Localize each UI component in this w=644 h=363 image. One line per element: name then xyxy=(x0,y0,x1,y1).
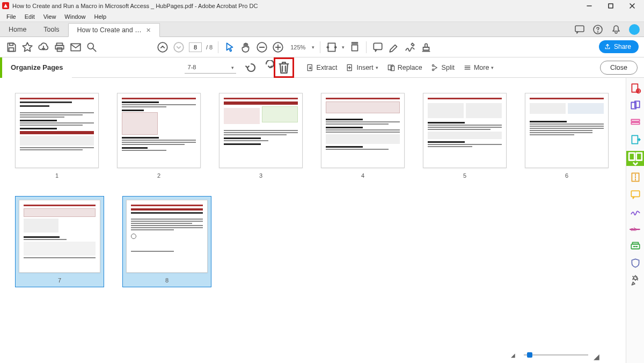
menu-view[interactable]: View xyxy=(39,12,61,21)
svg-rect-47 xyxy=(629,153,634,161)
thumbnail-zoom-control[interactable]: ◢ ◢ xyxy=(511,352,601,358)
highlight-icon[interactable] xyxy=(388,41,400,53)
sign-icon[interactable] xyxy=(404,41,416,53)
tools-rail: ab xyxy=(626,78,644,363)
zoom-small-icon[interactable]: ◢ xyxy=(511,352,518,358)
edit-pdf-icon[interactable] xyxy=(630,117,641,128)
create-pdf-icon[interactable] xyxy=(630,82,641,94)
replace-button[interactable]: Replace xyxy=(383,61,427,74)
help-icon[interactable] xyxy=(592,24,603,35)
zoom-large-icon[interactable]: ◢ xyxy=(594,352,601,358)
fit-dropdown-icon[interactable]: ▾ xyxy=(342,45,345,50)
svg-rect-11 xyxy=(57,48,62,52)
user-avatar[interactable] xyxy=(629,24,640,35)
delete-highlight-callout xyxy=(274,57,294,78)
organize-pages-title: Organize Pages xyxy=(0,57,72,78)
svg-rect-48 xyxy=(636,153,641,161)
combine-files-icon[interactable] xyxy=(630,99,641,111)
zoom-slider[interactable] xyxy=(524,354,588,355)
insert-button[interactable]: Insert ▾ xyxy=(341,61,382,74)
page-number-label: 6 xyxy=(565,172,568,179)
zoom-out-icon[interactable] xyxy=(256,41,268,53)
search-icon[interactable] xyxy=(86,41,98,53)
tab-home[interactable]: Home xyxy=(0,23,35,37)
page-thumbnail[interactable]: 3 xyxy=(219,93,303,179)
scroll-mode-icon[interactable] xyxy=(349,41,361,53)
window-title: How to Create and Run a Macro in Microso… xyxy=(12,3,258,9)
page-thumbnail-selected[interactable]: 8 xyxy=(122,196,211,287)
svg-rect-8 xyxy=(9,48,14,52)
thumbnail-grid: 1 2 xyxy=(0,78,626,302)
page-down-icon[interactable] xyxy=(173,41,185,53)
stamp-icon[interactable] xyxy=(420,41,432,53)
page-thumbnail-selected[interactable]: 7 xyxy=(15,196,104,287)
page-thumbnail[interactable]: 1 xyxy=(15,93,99,179)
print-icon[interactable] xyxy=(54,41,65,53)
organize-pages-icon[interactable] xyxy=(626,151,645,166)
page-number-label: 5 xyxy=(463,172,466,179)
page-number-label: 3 xyxy=(259,172,262,179)
page-number-label: 2 xyxy=(157,172,160,179)
share-button[interactable]: Share xyxy=(599,40,639,53)
save-icon[interactable] xyxy=(5,41,17,53)
tab-document[interactable]: How to Create and … ✕ xyxy=(68,23,160,37)
page-range-input[interactable] xyxy=(185,62,236,74)
page-number-input[interactable] xyxy=(189,42,202,52)
comment-tool-icon[interactable] xyxy=(630,188,641,200)
page-thumbnail[interactable]: 2 xyxy=(117,93,201,179)
page-thumbnail[interactable]: 6 xyxy=(525,93,609,179)
page-up-icon[interactable] xyxy=(157,41,169,53)
export-pdf-icon[interactable] xyxy=(630,134,641,146)
chat-icon[interactable] xyxy=(574,24,585,35)
window-minimize-button[interactable] xyxy=(579,0,600,11)
email-icon[interactable] xyxy=(70,41,82,53)
app-icon xyxy=(2,2,9,9)
more-button[interactable]: More ▾ xyxy=(459,61,498,74)
svg-rect-10 xyxy=(55,45,63,49)
page-thumbnail[interactable]: 4 xyxy=(321,93,405,179)
menu-edit[interactable]: Edit xyxy=(20,12,39,21)
svg-line-14 xyxy=(93,48,96,52)
more-tools-icon[interactable] xyxy=(630,274,641,286)
zoom-dropdown-icon[interactable]: ▾ xyxy=(312,45,314,50)
svg-point-6 xyxy=(598,32,598,32)
tab-close-icon[interactable]: ✕ xyxy=(146,27,151,34)
zoom-value[interactable]: 125% xyxy=(288,43,308,52)
compress-icon[interactable] xyxy=(630,171,641,183)
svg-rect-27 xyxy=(308,64,312,70)
fill-sign-icon[interactable] xyxy=(630,206,641,217)
delete-icon[interactable] xyxy=(276,60,291,75)
redact-icon[interactable]: ab xyxy=(630,223,641,235)
prepare-form-icon[interactable] xyxy=(630,240,641,252)
tab-document-label: How to Create and … xyxy=(77,26,142,34)
window-titlebar: How to Create and Run a Macro in Microso… xyxy=(0,0,644,11)
thumbnail-workspace: 1 2 xyxy=(0,78,626,363)
fit-width-icon[interactable] xyxy=(326,41,338,53)
menu-window[interactable]: Window xyxy=(60,12,90,21)
notifications-icon[interactable] xyxy=(611,24,621,35)
page-thumbnail[interactable]: 5 xyxy=(423,93,507,179)
cloud-icon[interactable] xyxy=(38,41,49,53)
svg-rect-54 xyxy=(632,242,638,244)
extract-button[interactable]: Extract xyxy=(302,61,342,74)
star-icon[interactable] xyxy=(21,41,33,53)
rotate-ccw-icon[interactable] xyxy=(244,60,259,75)
tab-tools[interactable]: Tools xyxy=(35,23,68,37)
menu-file[interactable]: File xyxy=(2,12,20,21)
zoom-in-icon[interactable] xyxy=(272,41,284,53)
comment-icon[interactable] xyxy=(372,41,384,53)
protect-icon[interactable] xyxy=(630,257,641,269)
close-button[interactable]: Close xyxy=(600,61,638,75)
svg-rect-45 xyxy=(631,122,639,124)
window-maximize-button[interactable] xyxy=(600,0,621,11)
rotate-cw-icon[interactable] xyxy=(259,60,274,75)
page-range-dropdown[interactable] xyxy=(185,62,236,74)
window-close-button[interactable] xyxy=(621,0,643,11)
hand-tool-icon[interactable] xyxy=(240,41,252,53)
split-button[interactable]: Split xyxy=(427,61,459,74)
page-number-label: 8 xyxy=(165,277,169,284)
select-tool-icon[interactable] xyxy=(224,41,236,53)
split-label: Split xyxy=(442,64,455,71)
svg-rect-25 xyxy=(423,47,429,50)
menu-help[interactable]: Help xyxy=(90,12,111,21)
